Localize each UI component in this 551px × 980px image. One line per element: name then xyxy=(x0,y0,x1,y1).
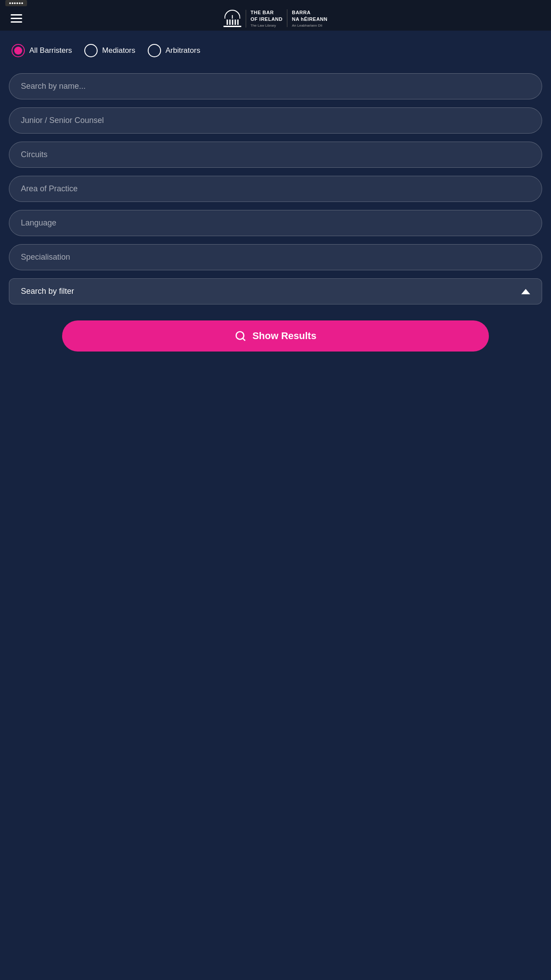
radio-inner-all-barristers xyxy=(14,47,22,55)
category-radio-group: All Barristers Mediators Arbitrators xyxy=(9,44,542,57)
main-content: All Barristers Mediators Arbitrators xyxy=(0,31,551,980)
radio-circle-arbitrators xyxy=(148,44,161,57)
logo: THE BAR OF IRELAND The Law Library BARRA… xyxy=(224,9,328,28)
search-by-name-input[interactable] xyxy=(21,82,530,91)
radio-label-arbitrators: Arbitrators xyxy=(165,46,200,55)
circuits-input[interactable] xyxy=(21,150,530,159)
status-bar-time: ●●●●●● xyxy=(5,0,27,6)
junior-senior-input[interactable] xyxy=(21,116,530,125)
radio-circle-all-barristers xyxy=(12,44,25,57)
hamburger-line-1 xyxy=(11,14,22,16)
specialisation-field[interactable] xyxy=(9,244,542,270)
area-of-practice-field[interactable] xyxy=(9,176,542,202)
junior-senior-counsel-field[interactable] xyxy=(9,107,542,134)
circuits-field[interactable] xyxy=(9,142,542,168)
radio-arbitrators[interactable]: Arbitrators xyxy=(148,44,200,57)
radio-label-all-barristers: All Barristers xyxy=(29,46,72,55)
search-by-filter-toggle[interactable]: Search by filter xyxy=(9,278,542,304)
chevron-up-icon xyxy=(521,289,530,294)
specialisation-input[interactable] xyxy=(21,253,530,262)
show-results-button[interactable]: Show Results xyxy=(62,320,489,352)
radio-mediators[interactable]: Mediators xyxy=(84,44,135,57)
hamburger-line-2 xyxy=(11,18,22,19)
hamburger-line-3 xyxy=(11,21,22,23)
filter-fields: Search by filter xyxy=(9,73,542,304)
search-icon xyxy=(235,330,246,342)
logo-subtitle-right: An Leabharlann Dlí xyxy=(292,24,327,28)
logo-title-right: BARRA NA hÉIREANN xyxy=(292,9,327,23)
language-field[interactable] xyxy=(9,210,542,236)
hamburger-menu-button[interactable] xyxy=(9,12,24,24)
logo-divider-2 xyxy=(287,9,287,27)
app-header: THE BAR OF IRELAND The Law Library BARRA… xyxy=(0,6,551,31)
language-input[interactable] xyxy=(21,218,530,228)
search-by-filter-label: Search by filter xyxy=(21,287,74,296)
logo-subtitle-left: The Law Library xyxy=(251,24,283,28)
radio-circle-mediators xyxy=(84,44,98,57)
area-of-practice-input[interactable] xyxy=(21,184,530,194)
show-results-label: Show Results xyxy=(252,330,316,342)
logo-dome-icon xyxy=(224,10,241,27)
search-by-name-field[interactable] xyxy=(9,73,542,99)
status-bar: ●●●●●● xyxy=(0,0,551,6)
logo-divider xyxy=(246,10,246,28)
radio-all-barristers[interactable]: All Barristers xyxy=(12,44,72,57)
svg-line-1 xyxy=(243,338,245,340)
radio-label-mediators: Mediators xyxy=(102,46,135,55)
logo-title-left: THE BAR OF IRELAND xyxy=(251,9,283,23)
